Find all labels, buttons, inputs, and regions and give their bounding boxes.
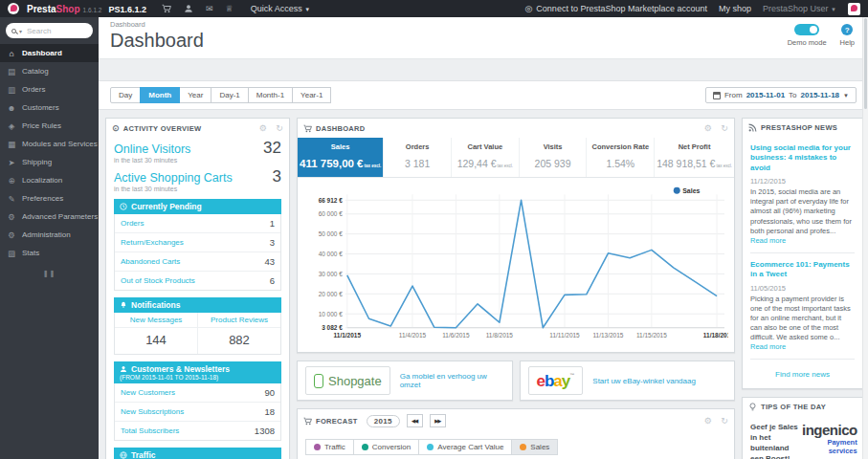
demo-mode-toggle[interactable] <box>794 24 819 35</box>
marketplace-link[interactable]: ◎Connect to PrestaShop Marketplace accou… <box>525 4 707 13</box>
refresh-icon[interactable]: ↻ <box>276 123 283 133</box>
help-icon[interactable]: ? <box>841 24 853 35</box>
forecast-legend-sales[interactable]: Sales <box>511 439 558 455</box>
pending-row-label[interactable]: Return/Exchanges <box>121 238 184 247</box>
notification-label[interactable]: Product Reviews <box>198 313 280 328</box>
menu-item-label: Localization <box>22 176 62 185</box>
kpi-tab-orders[interactable]: Orders 3 181 <box>383 138 451 177</box>
forecast-legend-conversion[interactable]: Conversion <box>353 439 419 455</box>
sidebar-item-advanced-parameters[interactable]: ⚙ Advanced Parameters <box>0 208 99 226</box>
sidebar-collapse-handle[interactable]: ❚❚ <box>0 270 99 277</box>
active-carts-link[interactable]: Active Shopping Carts <box>114 171 233 185</box>
kpi-tab-visits[interactable]: Visits 205 939 <box>519 138 587 177</box>
search-input[interactable] <box>25 26 87 36</box>
person-icon <box>120 365 127 373</box>
notification-label[interactable]: New Messages <box>115 313 197 328</box>
pending-row-label[interactable]: Out of Stock Products <box>121 276 195 285</box>
sidebar-item-customers[interactable]: ☻ Customers <box>0 98 99 117</box>
menu-item-icon: ▦ <box>7 140 16 149</box>
user-avatar[interactable] <box>848 3 860 15</box>
legend-label: Sales <box>530 443 549 451</box>
sidebar-item-preferences[interactable]: ✎ Preferences <box>0 189 99 208</box>
news-article-title[interactable]: Using social media for your business: 4 … <box>750 143 855 173</box>
customers-row-label[interactable]: Total Subscribers <box>121 426 179 435</box>
previous-year-button[interactable]: ◀◀ <box>407 414 423 427</box>
pending-row-value: 3 <box>270 237 275 248</box>
panel-header: DASHBOARD ⚙ ↻ <box>298 119 734 138</box>
customers-row-label[interactable]: New Subscriptions <box>121 407 184 416</box>
vertical-scrollbar[interactable] <box>862 17 868 459</box>
cart-icon <box>303 417 312 426</box>
range-day[interactable]: Day <box>110 87 141 103</box>
sidebar-item-price-rules[interactable]: ◈ Price Rules <box>0 117 99 135</box>
date-range-picker[interactable]: From 2015-11-01 To 2015-11-18 ▼ <box>705 87 857 103</box>
next-year-button[interactable]: ▶▶ <box>430 414 446 427</box>
add-user-icon[interactable] <box>184 4 193 13</box>
range-year[interactable]: Year <box>179 87 211 103</box>
read-more-link[interactable]: Read more <box>750 342 786 351</box>
sidebar-item-dashboard[interactable]: ⌂ Dashboard <box>0 44 99 62</box>
range-year-1[interactable]: Year-1 <box>292 87 331 103</box>
pending-row: Return/Exchanges 3 <box>115 232 280 251</box>
forecast-legend-average-cart-value[interactable]: Average Cart Value <box>418 439 512 455</box>
right-column: PRESTASHOP NEWS Using social media for y… <box>742 118 863 459</box>
forecast-year-badge: 2015 <box>367 415 400 427</box>
gear-icon[interactable]: ⚙ <box>259 123 267 133</box>
pending-row-label[interactable]: Abandoned Carts <box>121 257 180 266</box>
gear-icon[interactable]: ⚙ <box>704 123 712 133</box>
rss-icon <box>748 123 757 132</box>
refresh-icon[interactable]: ↻ <box>721 123 728 133</box>
sidebar-item-catalog[interactable]: ▤ Catalog <box>0 62 99 80</box>
sidebar-item-stats[interactable]: ▨ Stats <box>0 244 99 262</box>
customers-row: New Customers 90 <box>115 383 280 402</box>
sidebar-item-shipping[interactable]: ➤ Shipping <box>0 153 99 171</box>
sidebar-item-orders[interactable]: ▥ Orders <box>0 80 99 98</box>
range-month[interactable]: Month <box>140 87 180 103</box>
online-visitors-link[interactable]: Online Visitors <box>114 142 190 156</box>
customers-section-header: Customers & Newsletters (FROM 2015-11-01… <box>114 361 281 383</box>
demo-mode-label: Demo mode <box>788 38 827 47</box>
sidebar-item-localization[interactable]: ⊕ Localization <box>0 171 99 189</box>
kpi-tab-net-profit[interactable]: Net Profit 148 918,51 €tax excl. <box>654 138 734 177</box>
sidebar-item-administration[interactable]: ⚙ Administration <box>0 226 99 244</box>
customers-row-label[interactable]: New Customers <box>121 388 175 397</box>
my-shop-link[interactable]: My shop <box>719 4 751 13</box>
panel-title: ACTIVITY OVERVIEW <box>123 124 202 133</box>
customers-list: New Customers 90 New Subscriptions 18 To… <box>114 383 281 441</box>
find-more-news-link[interactable]: Find more news <box>750 366 855 384</box>
read-more-link[interactable]: Read more <box>750 236 786 245</box>
ebay-link[interactable]: Start uw eBay-winkel vandaag <box>592 377 696 385</box>
forecast-legend-traffic[interactable]: Traffic <box>305 439 354 455</box>
range-day-1[interactable]: Day-1 <box>211 87 248 103</box>
mail-icon[interactable]: ✉ <box>206 4 213 13</box>
trademark-symbol: ™ <box>569 372 574 378</box>
menu-item-label: Advanced Parameters <box>22 212 98 221</box>
pending-row: Abandoned Carts 43 <box>115 251 280 271</box>
range-month-1[interactable]: Month-1 <box>248 87 293 103</box>
gear-icon[interactable]: ⚙ <box>704 416 712 426</box>
date-range-toolbar: Day Month Year Day-1 Month-1 Year-1 From… <box>99 80 868 110</box>
svg-text:20 000 €: 20 000 € <box>319 291 344 297</box>
search-scope-caret[interactable]: ▾ <box>19 28 22 34</box>
notification-value: 882 <box>198 328 280 354</box>
breadcrumb[interactable]: Dashboard <box>110 20 857 29</box>
pending-row-label[interactable]: Orders <box>121 219 144 228</box>
pending-row: Out of Stock Products 6 <box>115 271 280 290</box>
kpi-tab-sales[interactable]: Sales 411 759,00 €tax excl. <box>298 138 383 177</box>
kpi-tab-cart-value[interactable]: Cart Value 129,44 €tax excl. <box>451 138 519 177</box>
scrollbar-thumb[interactable] <box>864 18 867 109</box>
kpi-label: Conversion Rate <box>589 142 652 151</box>
quick-access-menu[interactable]: Quick Access ▼ <box>251 4 311 13</box>
user-menu[interactable]: PrestaShop User ▼ <box>763 4 836 13</box>
refresh-icon[interactable]: ↻ <box>721 416 728 426</box>
trophy-icon[interactable]: ♕ <box>226 4 234 13</box>
news-article-excerpt: In 2015, social media are an integral pa… <box>750 187 855 246</box>
bell-icon <box>120 301 127 309</box>
customers-row: New Subscriptions 18 <box>115 402 280 421</box>
sidebar-item-modules[interactable]: ▦ Modules and Services <box>0 135 99 153</box>
news-article-title[interactable]: Ecommerce 101: Payments in a Tweet <box>750 260 855 280</box>
shopgate-link[interactable]: Ga mobiel en verhoog uw omzet <box>400 372 504 389</box>
notification-cell: New Messages 144 <box>115 313 197 354</box>
cart-icon[interactable] <box>162 4 171 13</box>
kpi-tab-conversion-rate[interactable]: Conversion Rate 1.54% <box>586 138 654 177</box>
